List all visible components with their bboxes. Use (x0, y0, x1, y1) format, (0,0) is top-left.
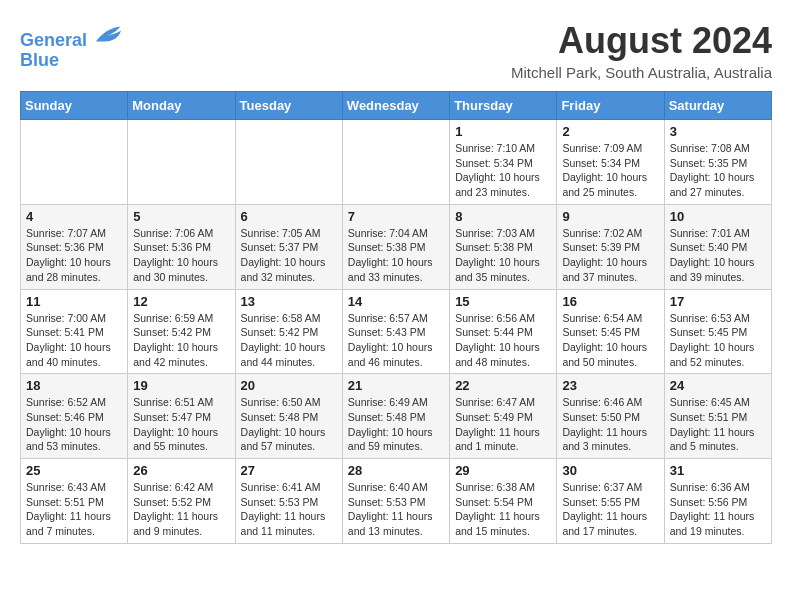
calendar-cell: 9Sunrise: 7:02 AM Sunset: 5:39 PM Daylig… (557, 204, 664, 289)
day-number: 29 (455, 463, 551, 478)
day-number: 21 (348, 378, 444, 393)
day-info: Sunrise: 7:05 AM Sunset: 5:37 PM Dayligh… (241, 226, 337, 285)
day-info: Sunrise: 6:49 AM Sunset: 5:48 PM Dayligh… (348, 395, 444, 454)
logo-text: General (20, 24, 122, 51)
day-number: 18 (26, 378, 122, 393)
day-number: 11 (26, 294, 122, 309)
calendar-cell: 26Sunrise: 6:42 AM Sunset: 5:52 PM Dayli… (128, 459, 235, 544)
day-info: Sunrise: 6:59 AM Sunset: 5:42 PM Dayligh… (133, 311, 229, 370)
calendar-cell: 6Sunrise: 7:05 AM Sunset: 5:37 PM Daylig… (235, 204, 342, 289)
calendar-cell: 2Sunrise: 7:09 AM Sunset: 5:34 PM Daylig… (557, 120, 664, 205)
calendar-cell: 11Sunrise: 7:00 AM Sunset: 5:41 PM Dayli… (21, 289, 128, 374)
day-number: 31 (670, 463, 766, 478)
calendar-cell (21, 120, 128, 205)
calendar-cell: 27Sunrise: 6:41 AM Sunset: 5:53 PM Dayli… (235, 459, 342, 544)
calendar-cell: 10Sunrise: 7:01 AM Sunset: 5:40 PM Dayli… (664, 204, 771, 289)
logo-bird-icon (94, 24, 122, 46)
day-number: 8 (455, 209, 551, 224)
day-info: Sunrise: 6:54 AM Sunset: 5:45 PM Dayligh… (562, 311, 658, 370)
day-info: Sunrise: 7:04 AM Sunset: 5:38 PM Dayligh… (348, 226, 444, 285)
day-info: Sunrise: 7:08 AM Sunset: 5:35 PM Dayligh… (670, 141, 766, 200)
day-info: Sunrise: 7:01 AM Sunset: 5:40 PM Dayligh… (670, 226, 766, 285)
day-info: Sunrise: 6:52 AM Sunset: 5:46 PM Dayligh… (26, 395, 122, 454)
day-info: Sunrise: 6:47 AM Sunset: 5:49 PM Dayligh… (455, 395, 551, 454)
day-number: 13 (241, 294, 337, 309)
calendar-cell: 29Sunrise: 6:38 AM Sunset: 5:54 PM Dayli… (450, 459, 557, 544)
day-info: Sunrise: 7:07 AM Sunset: 5:36 PM Dayligh… (26, 226, 122, 285)
calendar-cell: 25Sunrise: 6:43 AM Sunset: 5:51 PM Dayli… (21, 459, 128, 544)
day-info: Sunrise: 6:57 AM Sunset: 5:43 PM Dayligh… (348, 311, 444, 370)
day-info: Sunrise: 7:10 AM Sunset: 5:34 PM Dayligh… (455, 141, 551, 200)
day-number: 14 (348, 294, 444, 309)
calendar-cell: 24Sunrise: 6:45 AM Sunset: 5:51 PM Dayli… (664, 374, 771, 459)
calendar-cell: 19Sunrise: 6:51 AM Sunset: 5:47 PM Dayli… (128, 374, 235, 459)
header-tuesday: Tuesday (235, 92, 342, 120)
day-info: Sunrise: 6:50 AM Sunset: 5:48 PM Dayligh… (241, 395, 337, 454)
day-number: 17 (670, 294, 766, 309)
day-info: Sunrise: 6:36 AM Sunset: 5:56 PM Dayligh… (670, 480, 766, 539)
day-info: Sunrise: 7:03 AM Sunset: 5:38 PM Dayligh… (455, 226, 551, 285)
header-monday: Monday (128, 92, 235, 120)
header-sunday: Sunday (21, 92, 128, 120)
day-number: 30 (562, 463, 658, 478)
calendar-cell: 14Sunrise: 6:57 AM Sunset: 5:43 PM Dayli… (342, 289, 449, 374)
calendar-cell: 5Sunrise: 7:06 AM Sunset: 5:36 PM Daylig… (128, 204, 235, 289)
calendar-cell (342, 120, 449, 205)
calendar-cell: 20Sunrise: 6:50 AM Sunset: 5:48 PM Dayli… (235, 374, 342, 459)
day-info: Sunrise: 7:02 AM Sunset: 5:39 PM Dayligh… (562, 226, 658, 285)
day-info: Sunrise: 6:56 AM Sunset: 5:44 PM Dayligh… (455, 311, 551, 370)
calendar-cell: 18Sunrise: 6:52 AM Sunset: 5:46 PM Dayli… (21, 374, 128, 459)
day-info: Sunrise: 6:53 AM Sunset: 5:45 PM Dayligh… (670, 311, 766, 370)
calendar-cell: 7Sunrise: 7:04 AM Sunset: 5:38 PM Daylig… (342, 204, 449, 289)
day-info: Sunrise: 7:00 AM Sunset: 5:41 PM Dayligh… (26, 311, 122, 370)
day-info: Sunrise: 6:51 AM Sunset: 5:47 PM Dayligh… (133, 395, 229, 454)
calendar-week-4: 25Sunrise: 6:43 AM Sunset: 5:51 PM Dayli… (21, 459, 772, 544)
day-number: 25 (26, 463, 122, 478)
day-info: Sunrise: 7:09 AM Sunset: 5:34 PM Dayligh… (562, 141, 658, 200)
day-info: Sunrise: 6:45 AM Sunset: 5:51 PM Dayligh… (670, 395, 766, 454)
day-info: Sunrise: 6:40 AM Sunset: 5:53 PM Dayligh… (348, 480, 444, 539)
day-number: 23 (562, 378, 658, 393)
header-thursday: Thursday (450, 92, 557, 120)
calendar-cell: 13Sunrise: 6:58 AM Sunset: 5:42 PM Dayli… (235, 289, 342, 374)
day-number: 28 (348, 463, 444, 478)
day-number: 7 (348, 209, 444, 224)
day-number: 2 (562, 124, 658, 139)
day-info: Sunrise: 6:46 AM Sunset: 5:50 PM Dayligh… (562, 395, 658, 454)
calendar-cell: 28Sunrise: 6:40 AM Sunset: 5:53 PM Dayli… (342, 459, 449, 544)
calendar-cell: 12Sunrise: 6:59 AM Sunset: 5:42 PM Dayli… (128, 289, 235, 374)
header-saturday: Saturday (664, 92, 771, 120)
calendar-week-0: 1Sunrise: 7:10 AM Sunset: 5:34 PM Daylig… (21, 120, 772, 205)
day-number: 3 (670, 124, 766, 139)
logo-blue: Blue (20, 51, 122, 71)
logo-general: General (20, 30, 87, 50)
day-number: 1 (455, 124, 551, 139)
calendar-week-2: 11Sunrise: 7:00 AM Sunset: 5:41 PM Dayli… (21, 289, 772, 374)
calendar-cell: 17Sunrise: 6:53 AM Sunset: 5:45 PM Dayli… (664, 289, 771, 374)
day-info: Sunrise: 6:41 AM Sunset: 5:53 PM Dayligh… (241, 480, 337, 539)
calendar-cell: 22Sunrise: 6:47 AM Sunset: 5:49 PM Dayli… (450, 374, 557, 459)
day-info: Sunrise: 6:42 AM Sunset: 5:52 PM Dayligh… (133, 480, 229, 539)
day-info: Sunrise: 6:58 AM Sunset: 5:42 PM Dayligh… (241, 311, 337, 370)
header-friday: Friday (557, 92, 664, 120)
day-number: 19 (133, 378, 229, 393)
calendar-cell (128, 120, 235, 205)
day-info: Sunrise: 6:43 AM Sunset: 5:51 PM Dayligh… (26, 480, 122, 539)
day-info: Sunrise: 7:06 AM Sunset: 5:36 PM Dayligh… (133, 226, 229, 285)
calendar-cell: 30Sunrise: 6:37 AM Sunset: 5:55 PM Dayli… (557, 459, 664, 544)
day-number: 27 (241, 463, 337, 478)
day-number: 5 (133, 209, 229, 224)
day-number: 22 (455, 378, 551, 393)
calendar-cell: 31Sunrise: 6:36 AM Sunset: 5:56 PM Dayli… (664, 459, 771, 544)
calendar-cell: 23Sunrise: 6:46 AM Sunset: 5:50 PM Dayli… (557, 374, 664, 459)
day-number: 6 (241, 209, 337, 224)
day-number: 10 (670, 209, 766, 224)
logo: General Blue (20, 24, 122, 71)
subtitle: Mitchell Park, South Australia, Australi… (511, 64, 772, 81)
calendar-cell: 8Sunrise: 7:03 AM Sunset: 5:38 PM Daylig… (450, 204, 557, 289)
day-number: 16 (562, 294, 658, 309)
day-number: 15 (455, 294, 551, 309)
calendar-table: SundayMondayTuesdayWednesdayThursdayFrid… (20, 91, 772, 544)
day-info: Sunrise: 6:38 AM Sunset: 5:54 PM Dayligh… (455, 480, 551, 539)
calendar-cell: 4Sunrise: 7:07 AM Sunset: 5:36 PM Daylig… (21, 204, 128, 289)
